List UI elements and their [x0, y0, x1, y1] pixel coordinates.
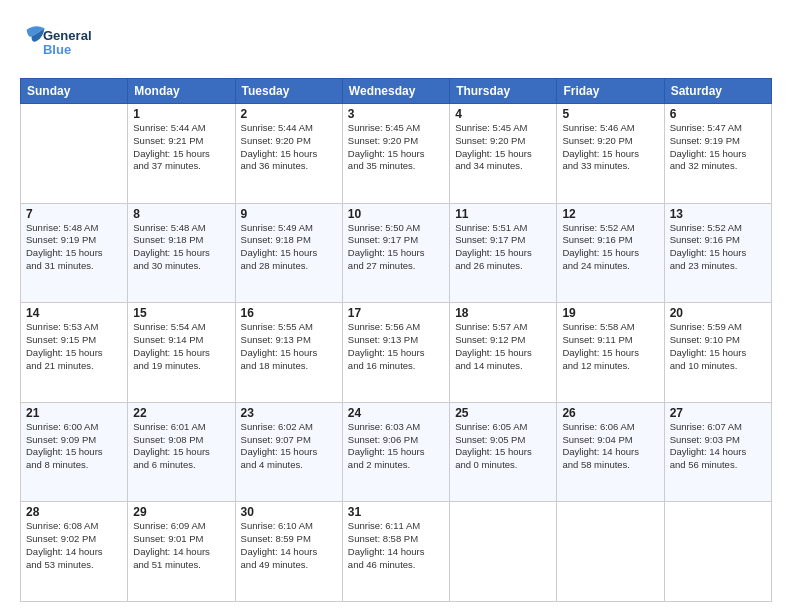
- day-number: 11: [455, 207, 551, 221]
- day-number: 22: [133, 406, 229, 420]
- day-info: Sunrise: 5:46 AM Sunset: 9:20 PM Dayligh…: [562, 122, 658, 173]
- weekday-header-saturday: Saturday: [664, 79, 771, 104]
- calendar-cell: 29Sunrise: 6:09 AM Sunset: 9:01 PM Dayli…: [128, 502, 235, 602]
- calendar-cell: 19Sunrise: 5:58 AM Sunset: 9:11 PM Dayli…: [557, 303, 664, 403]
- day-info: Sunrise: 5:53 AM Sunset: 9:15 PM Dayligh…: [26, 321, 122, 372]
- day-info: Sunrise: 6:02 AM Sunset: 9:07 PM Dayligh…: [241, 421, 337, 472]
- page: General Blue SundayMondayTuesdayWednesda…: [0, 0, 792, 612]
- calendar-cell: 15Sunrise: 5:54 AM Sunset: 9:14 PM Dayli…: [128, 303, 235, 403]
- calendar-cell: 14Sunrise: 5:53 AM Sunset: 9:15 PM Dayli…: [21, 303, 128, 403]
- day-number: 6: [670, 107, 766, 121]
- calendar-cell: 26Sunrise: 6:06 AM Sunset: 9:04 PM Dayli…: [557, 402, 664, 502]
- day-number: 24: [348, 406, 444, 420]
- day-info: Sunrise: 5:45 AM Sunset: 9:20 PM Dayligh…: [348, 122, 444, 173]
- weekday-header-thursday: Thursday: [450, 79, 557, 104]
- day-info: Sunrise: 6:11 AM Sunset: 8:58 PM Dayligh…: [348, 520, 444, 571]
- day-info: Sunrise: 6:00 AM Sunset: 9:09 PM Dayligh…: [26, 421, 122, 472]
- day-number: 10: [348, 207, 444, 221]
- weekday-header-monday: Monday: [128, 79, 235, 104]
- calendar-cell: 30Sunrise: 6:10 AM Sunset: 8:59 PM Dayli…: [235, 502, 342, 602]
- day-number: 2: [241, 107, 337, 121]
- calendar-cell: 13Sunrise: 5:52 AM Sunset: 9:16 PM Dayli…: [664, 203, 771, 303]
- day-info: Sunrise: 5:48 AM Sunset: 9:18 PM Dayligh…: [133, 222, 229, 273]
- week-row-2: 7Sunrise: 5:48 AM Sunset: 9:19 PM Daylig…: [21, 203, 772, 303]
- day-number: 13: [670, 207, 766, 221]
- day-info: Sunrise: 6:01 AM Sunset: 9:08 PM Dayligh…: [133, 421, 229, 472]
- calendar-cell: 28Sunrise: 6:08 AM Sunset: 9:02 PM Dayli…: [21, 502, 128, 602]
- day-number: 18: [455, 306, 551, 320]
- day-info: Sunrise: 5:52 AM Sunset: 9:16 PM Dayligh…: [670, 222, 766, 273]
- calendar-cell: 2Sunrise: 5:44 AM Sunset: 9:20 PM Daylig…: [235, 104, 342, 204]
- weekday-header-row: SundayMondayTuesdayWednesdayThursdayFrid…: [21, 79, 772, 104]
- day-info: Sunrise: 6:08 AM Sunset: 9:02 PM Dayligh…: [26, 520, 122, 571]
- day-number: 14: [26, 306, 122, 320]
- day-info: Sunrise: 5:45 AM Sunset: 9:20 PM Dayligh…: [455, 122, 551, 173]
- calendar-cell: 21Sunrise: 6:00 AM Sunset: 9:09 PM Dayli…: [21, 402, 128, 502]
- calendar-cell: 10Sunrise: 5:50 AM Sunset: 9:17 PM Dayli…: [342, 203, 449, 303]
- day-number: 29: [133, 505, 229, 519]
- day-info: Sunrise: 6:05 AM Sunset: 9:05 PM Dayligh…: [455, 421, 551, 472]
- day-info: Sunrise: 5:48 AM Sunset: 9:19 PM Dayligh…: [26, 222, 122, 273]
- calendar-cell: [21, 104, 128, 204]
- day-number: 28: [26, 505, 122, 519]
- day-info: Sunrise: 5:57 AM Sunset: 9:12 PM Dayligh…: [455, 321, 551, 372]
- day-number: 15: [133, 306, 229, 320]
- logo-svg: General Blue: [20, 18, 110, 68]
- weekday-header-tuesday: Tuesday: [235, 79, 342, 104]
- day-number: 23: [241, 406, 337, 420]
- calendar-cell: 11Sunrise: 5:51 AM Sunset: 9:17 PM Dayli…: [450, 203, 557, 303]
- day-number: 31: [348, 505, 444, 519]
- calendar-cell: [557, 502, 664, 602]
- calendar-cell: 6Sunrise: 5:47 AM Sunset: 9:19 PM Daylig…: [664, 104, 771, 204]
- day-info: Sunrise: 5:47 AM Sunset: 9:19 PM Dayligh…: [670, 122, 766, 173]
- day-number: 5: [562, 107, 658, 121]
- day-info: Sunrise: 5:44 AM Sunset: 9:21 PM Dayligh…: [133, 122, 229, 173]
- calendar-cell: 5Sunrise: 5:46 AM Sunset: 9:20 PM Daylig…: [557, 104, 664, 204]
- day-number: 20: [670, 306, 766, 320]
- calendar-cell: [664, 502, 771, 602]
- day-info: Sunrise: 5:56 AM Sunset: 9:13 PM Dayligh…: [348, 321, 444, 372]
- day-number: 25: [455, 406, 551, 420]
- week-row-4: 21Sunrise: 6:00 AM Sunset: 9:09 PM Dayli…: [21, 402, 772, 502]
- day-info: Sunrise: 5:49 AM Sunset: 9:18 PM Dayligh…: [241, 222, 337, 273]
- day-number: 9: [241, 207, 337, 221]
- day-info: Sunrise: 5:55 AM Sunset: 9:13 PM Dayligh…: [241, 321, 337, 372]
- calendar-cell: 31Sunrise: 6:11 AM Sunset: 8:58 PM Dayli…: [342, 502, 449, 602]
- calendar-cell: 16Sunrise: 5:55 AM Sunset: 9:13 PM Dayli…: [235, 303, 342, 403]
- calendar-cell: 25Sunrise: 6:05 AM Sunset: 9:05 PM Dayli…: [450, 402, 557, 502]
- day-info: Sunrise: 6:06 AM Sunset: 9:04 PM Dayligh…: [562, 421, 658, 472]
- calendar-table: SundayMondayTuesdayWednesdayThursdayFrid…: [20, 78, 772, 602]
- calendar-cell: 23Sunrise: 6:02 AM Sunset: 9:07 PM Dayli…: [235, 402, 342, 502]
- day-number: 16: [241, 306, 337, 320]
- svg-text:Blue: Blue: [43, 42, 71, 57]
- day-info: Sunrise: 5:44 AM Sunset: 9:20 PM Dayligh…: [241, 122, 337, 173]
- calendar-cell: 1Sunrise: 5:44 AM Sunset: 9:21 PM Daylig…: [128, 104, 235, 204]
- logo: General Blue: [20, 18, 110, 68]
- calendar-cell: 22Sunrise: 6:01 AM Sunset: 9:08 PM Dayli…: [128, 402, 235, 502]
- calendar-cell: 4Sunrise: 5:45 AM Sunset: 9:20 PM Daylig…: [450, 104, 557, 204]
- calendar-cell: 8Sunrise: 5:48 AM Sunset: 9:18 PM Daylig…: [128, 203, 235, 303]
- day-info: Sunrise: 5:54 AM Sunset: 9:14 PM Dayligh…: [133, 321, 229, 372]
- week-row-1: 1Sunrise: 5:44 AM Sunset: 9:21 PM Daylig…: [21, 104, 772, 204]
- day-info: Sunrise: 5:51 AM Sunset: 9:17 PM Dayligh…: [455, 222, 551, 273]
- day-number: 27: [670, 406, 766, 420]
- day-number: 21: [26, 406, 122, 420]
- day-info: Sunrise: 5:52 AM Sunset: 9:16 PM Dayligh…: [562, 222, 658, 273]
- day-info: Sunrise: 6:07 AM Sunset: 9:03 PM Dayligh…: [670, 421, 766, 472]
- calendar-cell: 17Sunrise: 5:56 AM Sunset: 9:13 PM Dayli…: [342, 303, 449, 403]
- day-number: 3: [348, 107, 444, 121]
- weekday-header-friday: Friday: [557, 79, 664, 104]
- day-number: 30: [241, 505, 337, 519]
- day-number: 19: [562, 306, 658, 320]
- day-number: 17: [348, 306, 444, 320]
- day-number: 12: [562, 207, 658, 221]
- calendar-cell: 27Sunrise: 6:07 AM Sunset: 9:03 PM Dayli…: [664, 402, 771, 502]
- calendar-cell: 7Sunrise: 5:48 AM Sunset: 9:19 PM Daylig…: [21, 203, 128, 303]
- day-number: 4: [455, 107, 551, 121]
- calendar-cell: 18Sunrise: 5:57 AM Sunset: 9:12 PM Dayli…: [450, 303, 557, 403]
- week-row-5: 28Sunrise: 6:08 AM Sunset: 9:02 PM Dayli…: [21, 502, 772, 602]
- calendar-cell: 12Sunrise: 5:52 AM Sunset: 9:16 PM Dayli…: [557, 203, 664, 303]
- week-row-3: 14Sunrise: 5:53 AM Sunset: 9:15 PM Dayli…: [21, 303, 772, 403]
- day-info: Sunrise: 5:50 AM Sunset: 9:17 PM Dayligh…: [348, 222, 444, 273]
- calendar-cell: 20Sunrise: 5:59 AM Sunset: 9:10 PM Dayli…: [664, 303, 771, 403]
